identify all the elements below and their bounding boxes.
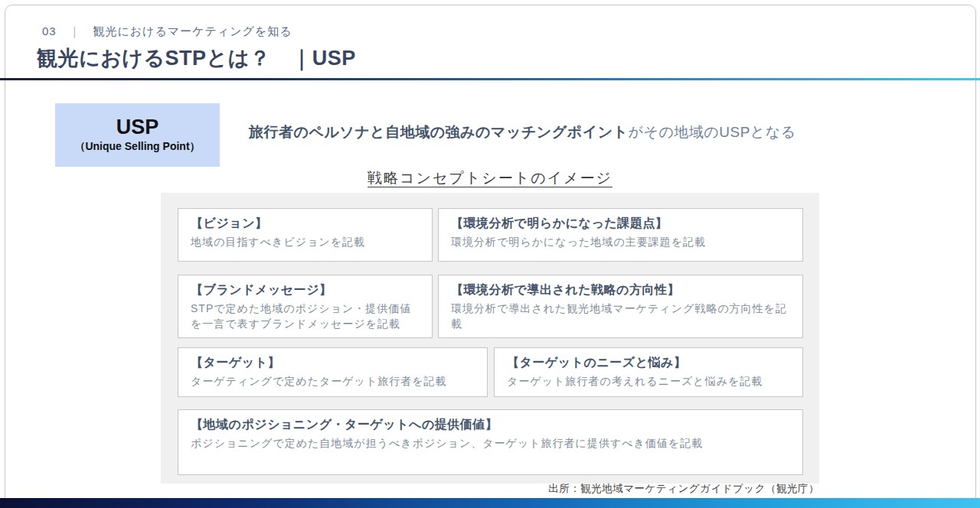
concept-box-issues: 【環境分析で明らかになった課題点】 環境分析で明らかになった地域の主要課題を記載 — [438, 208, 803, 262]
concept-box-body: ポジショニングで定めた自地域が担うべきポジション、ターゲット旅行者に提供すべき価… — [191, 435, 793, 451]
concept-box-title: 【地域のポジショニング・ターゲットへの提供価値】 — [191, 417, 793, 433]
concept-box-body: ターゲット旅行者の考えれるニーズと悩みを記載 — [507, 373, 793, 389]
eyebrow-separator: ｜ — [69, 24, 81, 37]
concept-box-title: 【環境分析で導出された戦略の方向性】 — [451, 282, 793, 298]
concept-box-title: 【ターゲット】 — [191, 355, 478, 371]
section-number: 03 — [42, 24, 57, 37]
concept-box-title: 【ビジョン】 — [191, 216, 423, 232]
statement-rest: がその地域のUSPとなる — [629, 124, 796, 140]
concept-box-body: ターゲティングで定めたターゲット旅行者を記載 — [191, 373, 478, 389]
page-title: 観光におけるSTPとは？ ｜USP — [37, 44, 356, 72]
usp-card: USP （Unique Selling Point） — [55, 103, 220, 167]
concept-box-title: 【ブランドメッセージ】 — [191, 282, 423, 298]
usp-card-subtitle: （Unique Selling Point） — [74, 140, 200, 154]
section-label: 観光におけるマーケティングを知る — [93, 24, 292, 37]
source-note: 出所：観光地域マーケティングガイドブック（観光庁） — [548, 482, 819, 496]
usp-card-title: USP — [116, 116, 159, 139]
concept-box-title: 【環境分析で明らかになった課題点】 — [451, 216, 793, 232]
concept-box-vision: 【ビジョン】 地域の目指すべきビジョンを記載 — [178, 208, 433, 262]
concept-box-body: 環境分析で導出された観光地域マーケティング戦略の方向性を記載 — [451, 301, 793, 332]
section-eyebrow: 03｜観光におけるマーケティングを知る — [42, 24, 292, 39]
concept-box-title: 【ターゲットのニーズと悩み】 — [507, 355, 793, 371]
concept-sheet-panel: 【ビジョン】 地域の目指すべきビジョンを記載 【環境分析で明らかになった課題点】… — [161, 193, 819, 484]
concept-box-target: 【ターゲット】 ターゲティングで定めたターゲット旅行者を記載 — [178, 347, 488, 397]
title-divider — [0, 78, 980, 80]
bottom-accent-bar — [0, 498, 980, 508]
concept-box-brand-message: 【ブランドメッセージ】 STPで定めた地域のポジション・提供価値を一言で表すブラ… — [178, 275, 433, 338]
concept-box-body: 地域の目指すべきビジョンを記載 — [191, 234, 423, 249]
slide: 03｜観光におけるマーケティングを知る 観光におけるSTPとは？ ｜USP US… — [0, 0, 980, 508]
concept-box-body: STPで定めた地域のポジション・提供価値を一言で表すブランドメッセージを記載 — [191, 301, 423, 332]
concept-box-target-needs: 【ターゲットのニーズと悩み】 ターゲット旅行者の考えれるニーズと悩みを記載 — [494, 347, 803, 397]
concept-sheet-heading: 戦略コンセプトシートのイメージ — [0, 168, 980, 188]
concept-box-strategy-direction: 【環境分析で導出された戦略の方向性】 環境分析で導出された観光地域マーケティング… — [438, 275, 803, 338]
statement-highlight: 旅行者のペルソナと自地域の強みのマッチングポイント — [249, 124, 629, 140]
concept-box-body: 環境分析で明らかになった地域の主要課題を記載 — [451, 234, 793, 249]
concept-box-positioning-value: 【地域のポジショニング・ターゲットへの提供価値】 ポジショニングで定めた自地域が… — [178, 409, 803, 475]
usp-statement: 旅行者のペルソナと自地域の強みのマッチングポイントがその地域のUSPとなる — [249, 122, 796, 142]
